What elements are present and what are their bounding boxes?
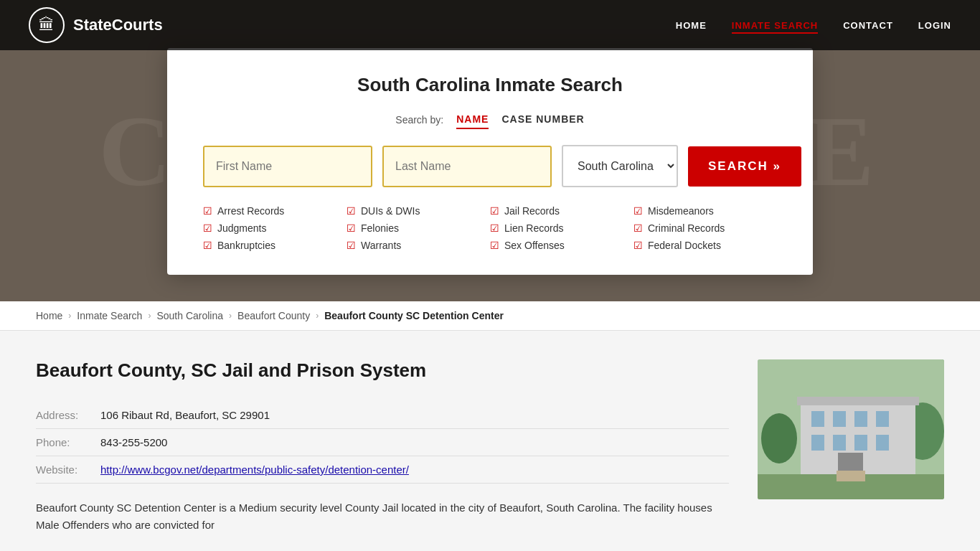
breadcrumb-separator: ›: [68, 311, 71, 321]
tab-case-number[interactable]: CASE NUMBER: [501, 110, 584, 129]
info-table: Address: 106 Ribaut Rd, Beaufort, SC 299…: [36, 402, 729, 484]
breadcrumb: Home › Inmate Search › South Carolina › …: [0, 301, 980, 331]
logo-text: StateCourts: [73, 16, 163, 34]
search-by-row: Search by: NAME CASE NUMBER: [203, 110, 777, 129]
feature-label: Misdemeanors: [648, 205, 714, 217]
check-icon: ☑: [490, 222, 499, 234]
logo[interactable]: 🏛 StateCourts: [29, 7, 163, 43]
state-select[interactable]: South Carolina: [562, 145, 678, 187]
feature-label: DUIs & DWIs: [361, 205, 420, 217]
feature-warrants: ☑ Warrants: [347, 237, 490, 253]
svg-rect-16: [837, 471, 865, 481]
svg-rect-7: [833, 411, 846, 427]
check-icon: ☑: [490, 240, 499, 251]
logo-icon: 🏛: [29, 7, 65, 43]
check-icon: ☑: [633, 205, 643, 217]
feature-label: Criminal Records: [648, 222, 725, 234]
nav-home[interactable]: HOME: [676, 20, 707, 31]
feature-label: Warrants: [361, 240, 401, 251]
search-modal: South Carolina Inmate Search Search by: …: [167, 48, 813, 275]
website-value: http://www.bcgov.net/departments/public-…: [100, 456, 729, 484]
address-row: Address: 106 Ribaut Rd, Beaufort, SC 299…: [36, 402, 729, 429]
search-button[interactable]: SEARCH »: [688, 146, 801, 187]
feature-label: Lien Records: [504, 222, 564, 234]
feature-sex-offenses: ☑ Sex Offenses: [490, 237, 633, 253]
website-label: Website:: [36, 456, 100, 484]
breadcrumb-current: Beaufort County SC Detention Center: [324, 310, 504, 321]
features-grid: ☑ Arrest Records ☑ DUIs & DWIs ☑ Jail Re…: [203, 203, 777, 253]
check-icon: ☑: [347, 240, 356, 251]
modal-title: South Carolina Inmate Search: [203, 74, 777, 96]
check-icon: ☑: [203, 222, 212, 234]
check-icon: ☑: [347, 205, 356, 217]
feature-criminal-records: ☑ Criminal Records: [633, 220, 777, 236]
address-value: 106 Ribaut Rd, Beaufort, SC 29901: [100, 402, 729, 429]
tab-name[interactable]: NAME: [456, 110, 489, 129]
search-inputs-row: South Carolina SEARCH »: [203, 145, 777, 187]
nav-login[interactable]: LOGIN: [918, 20, 951, 31]
svg-rect-11: [833, 435, 846, 451]
feature-misdemeanors: ☑ Misdemeanors: [633, 203, 777, 219]
breadcrumb-separator: ›: [316, 311, 319, 321]
check-icon: ☑: [490, 205, 499, 217]
address-label: Address:: [36, 402, 100, 429]
search-by-label: Search by:: [395, 114, 443, 126]
svg-rect-13: [876, 435, 889, 451]
check-icon: ☑: [203, 205, 212, 217]
svg-rect-8: [854, 411, 867, 427]
phone-label: Phone:: [36, 429, 100, 456]
description-text: Beaufort County SC Detention Center is a…: [36, 499, 729, 534]
breadcrumb-separator: ›: [148, 311, 151, 321]
last-name-input[interactable]: [382, 146, 552, 187]
svg-rect-12: [854, 435, 867, 451]
nav-contact[interactable]: CONTACT: [843, 20, 893, 31]
first-name-input[interactable]: [203, 146, 372, 187]
content-area: Beaufort County, SC Jail and Prison Syst…: [36, 359, 729, 534]
check-icon: ☑: [633, 222, 643, 234]
main-nav: HOME INMATE SEARCH CONTACT LOGIN: [676, 19, 951, 32]
phone-value: 843-255-5200: [100, 429, 729, 456]
svg-point-1: [761, 413, 797, 463]
website-link[interactable]: http://www.bcgov.net/departments/public-…: [100, 463, 409, 476]
phone-row: Phone: 843-255-5200: [36, 429, 729, 456]
facility-image: [758, 359, 944, 499]
breadcrumb-home[interactable]: Home: [36, 310, 62, 321]
breadcrumb-inmate-search[interactable]: Inmate Search: [77, 310, 142, 321]
svg-rect-10: [811, 435, 824, 451]
feature-label: Jail Records: [504, 205, 560, 217]
feature-label: Judgments: [217, 222, 266, 234]
feature-label: Sex Offenses: [504, 240, 565, 251]
feature-jail-records: ☑ Jail Records: [490, 203, 633, 219]
check-icon: ☑: [347, 222, 356, 234]
feature-label: Bankruptcies: [217, 240, 275, 251]
breadcrumb-south-carolina[interactable]: South Carolina: [156, 310, 223, 321]
feature-label: Arrest Records: [217, 205, 284, 217]
feature-label: Federal Dockets: [648, 240, 721, 251]
feature-judgments: ☑ Judgments: [203, 220, 347, 236]
breadcrumb-separator: ›: [229, 311, 232, 321]
svg-rect-5: [797, 397, 919, 405]
website-row: Website: http://www.bcgov.net/department…: [36, 456, 729, 484]
breadcrumb-beaufort-county[interactable]: Beaufort County: [237, 310, 310, 321]
feature-federal-dockets: ☑ Federal Dockets: [633, 237, 777, 253]
feature-bankruptcies: ☑ Bankruptcies: [203, 237, 347, 253]
feature-arrest-records: ☑ Arrest Records: [203, 203, 347, 219]
check-icon: ☑: [633, 240, 643, 251]
nav-inmate-search[interactable]: INMATE SEARCH: [732, 20, 818, 34]
feature-felonies: ☑ Felonies: [347, 220, 490, 236]
main-content: Beaufort County, SC Jail and Prison Syst…: [0, 331, 980, 551]
feature-label: Felonies: [361, 222, 399, 234]
check-icon: ☑: [203, 240, 212, 251]
site-header: 🏛 StateCourts HOME INMATE SEARCH CONTACT…: [0, 0, 980, 50]
feature-lien-records: ☑ Lien Records: [490, 220, 633, 236]
page-title: Beaufort County, SC Jail and Prison Syst…: [36, 359, 729, 382]
feature-duis-dwis: ☑ DUIs & DWIs: [347, 203, 490, 219]
svg-rect-9: [876, 411, 889, 427]
building-svg: [758, 359, 944, 499]
svg-rect-6: [811, 411, 824, 427]
